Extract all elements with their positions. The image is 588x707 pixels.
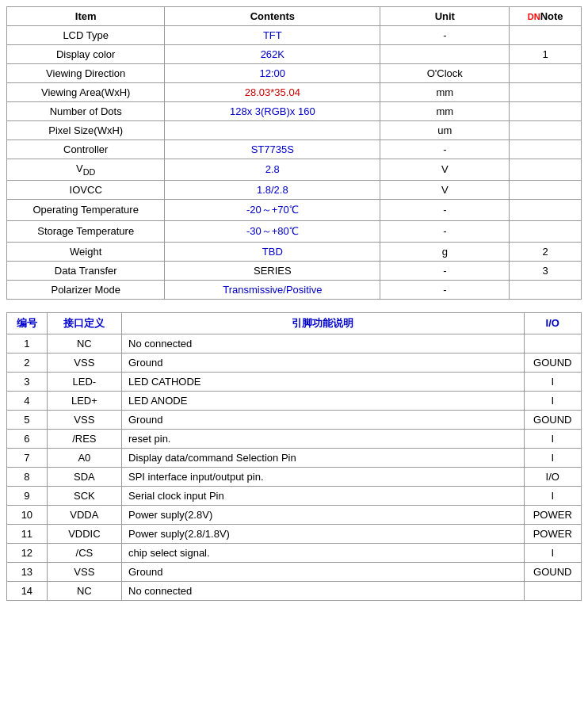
pin-io: I (524, 429, 582, 448)
table-row: Operating Temperature-20～+70℃- (7, 199, 582, 220)
table-row: 5VSSGroundGOUND (7, 410, 582, 429)
table-row: 12/CSchip select signal.I (7, 543, 582, 562)
spec-item: VDD (7, 159, 165, 181)
spec-contents: 28.03*35.04 (165, 83, 380, 102)
pin-num: 9 (7, 486, 48, 505)
pin-name: VSS (47, 353, 121, 372)
pin-io: POWER (524, 505, 582, 524)
spec-contents: ST7735S (165, 140, 380, 159)
pin-name: NC (47, 334, 121, 353)
spec-contents: -20～+70℃ (165, 199, 380, 220)
table-row: 7A0Display data/command Selection PinI (7, 448, 582, 467)
spec-note (510, 121, 582, 140)
table-row: Pixel Size(WxH)um (7, 121, 582, 140)
spec-item: Data Transfer (7, 261, 165, 280)
spec-unit: V (380, 159, 510, 181)
spec-table: Item Contents Unit DNNote LCD TypeTFT-Di… (6, 6, 582, 300)
spec-note: 3 (510, 261, 582, 280)
pin-name: NC (47, 581, 121, 600)
spec-item: Viewing Direction (7, 64, 165, 83)
spec-unit: V (380, 180, 510, 199)
pin-desc: Serial clock input Pin (122, 486, 525, 505)
spec-note (510, 83, 582, 102)
spec-item: Viewing Area(WxH) (7, 83, 165, 102)
table-row: Storage Temperature-30～+80℃- (7, 220, 582, 242)
pin-name: LED- (47, 372, 121, 391)
spec-unit: mm (380, 102, 510, 121)
pin-num: 1 (7, 334, 48, 353)
spec-contents: 1.8/2.8 (165, 180, 380, 199)
spec-table-section: Item Contents Unit DNNote LCD TypeTFT-Di… (6, 6, 582, 300)
pin-desc: No connected (122, 334, 525, 353)
spec-note (510, 64, 582, 83)
spec-contents: TFT (165, 26, 380, 45)
pin-num: 7 (7, 448, 48, 467)
col-header-note: DNNote (510, 7, 582, 26)
pin-desc: Power suply(2.8/1.8V) (122, 524, 525, 543)
pin-num: 4 (7, 391, 48, 410)
pin-io: I (524, 486, 582, 505)
pin-desc: reset pin. (122, 429, 525, 448)
pin-num: 3 (7, 372, 48, 391)
pin-io: GOUND (524, 410, 582, 429)
pin-io (524, 581, 582, 600)
spec-item: Pixel Size(WxH) (7, 121, 165, 140)
table-row: 13VSSGroundGOUND (7, 562, 582, 581)
spec-item: Number of Dots (7, 102, 165, 121)
spec-item: Controller (7, 140, 165, 159)
spec-unit: g (380, 242, 510, 261)
pin-io: GOUND (524, 562, 582, 581)
col-header-name: 接口定义 (47, 312, 121, 334)
pin-num: 5 (7, 410, 48, 429)
pin-table: 编号 接口定义 引脚功能说明 I/O 1NCNo connected2VSSGr… (6, 312, 582, 601)
spec-note: 1 (510, 45, 582, 64)
pin-num: 14 (7, 581, 48, 600)
table-row: 11VDDICPower suply(2.8/1.8V)POWER (7, 524, 582, 543)
spec-item: Operating Temperature (7, 199, 165, 220)
table-row: 9SCKSerial clock input PinI (7, 486, 582, 505)
spec-contents: 128x 3(RGB)x 160 (165, 102, 380, 121)
spec-note (510, 180, 582, 199)
table-row: 10VDDAPower suply(2.8V)POWER (7, 505, 582, 524)
pin-desc: LED ANODE (122, 391, 525, 410)
pin-io: GOUND (524, 353, 582, 372)
pin-name: SDA (47, 467, 121, 486)
table-row: 6/RESreset pin.I (7, 429, 582, 448)
col-header-io: I/O (524, 312, 582, 334)
pin-name: VSS (47, 410, 121, 429)
spec-note (510, 220, 582, 242)
spec-note (510, 159, 582, 181)
spec-table-header: Item Contents Unit DNNote (7, 7, 582, 26)
pin-name: LED+ (47, 391, 121, 410)
spec-contents: SERIES (165, 261, 380, 280)
pin-io (524, 334, 582, 353)
spec-unit: - (380, 140, 510, 159)
table-row: ControllerST7735S- (7, 140, 582, 159)
col-header-item: Item (7, 7, 165, 26)
table-row: 4LED+LED ANODEI (7, 391, 582, 410)
spec-unit: O'Clock (380, 64, 510, 83)
spec-item: Polarizer Mode (7, 280, 165, 299)
spec-contents (165, 121, 380, 140)
table-row: Viewing Area(WxH)28.03*35.04mm (7, 83, 582, 102)
spec-unit: um (380, 121, 510, 140)
pin-num: 10 (7, 505, 48, 524)
table-row: 3LED-LED CATHODEI (7, 372, 582, 391)
pin-num: 6 (7, 429, 48, 448)
table-row: 2VSSGroundGOUND (7, 353, 582, 372)
pin-name: VSS (47, 562, 121, 581)
table-row: 1NCNo connected (7, 334, 582, 353)
spec-unit: - (380, 199, 510, 220)
spec-item: Display color (7, 45, 165, 64)
spec-note (510, 102, 582, 121)
pin-num: 8 (7, 467, 48, 486)
pin-io: I (524, 391, 582, 410)
col-header-num: 编号 (7, 312, 48, 334)
spec-item: IOVCC (7, 180, 165, 199)
pin-name: /CS (47, 543, 121, 562)
pin-desc: Ground (122, 410, 525, 429)
pin-desc: Power suply(2.8V) (122, 505, 525, 524)
table-row: Display color262K1 (7, 45, 582, 64)
pin-io: I (524, 372, 582, 391)
spec-item: LCD Type (7, 26, 165, 45)
